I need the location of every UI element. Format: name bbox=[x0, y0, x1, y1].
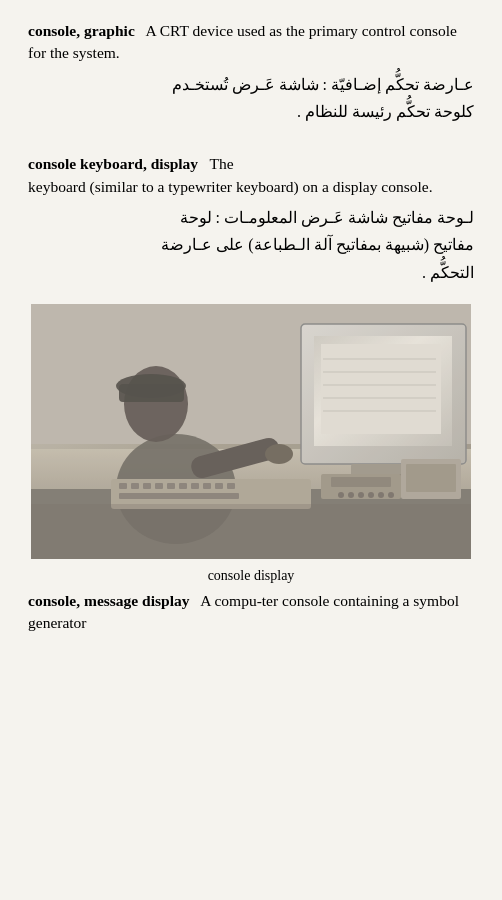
console-image-svg bbox=[31, 304, 471, 559]
svg-rect-44 bbox=[31, 304, 471, 559]
entry-english-text: console, graphic A CRT device used as th… bbox=[28, 20, 474, 65]
entry-english-text-3: console, message display A compu-ter con… bbox=[28, 590, 474, 635]
entry-arabic-1: عـارضة تحكُّم إضـافيّة : شاشة عَـرض تُست… bbox=[28, 71, 474, 125]
entry-title-2: console keyboard, display bbox=[28, 155, 198, 172]
console-photograph bbox=[31, 304, 471, 559]
entry-title-suffix-2: The bbox=[202, 155, 234, 172]
entry-console-graphic: console, graphic A CRT device used as th… bbox=[28, 20, 474, 125]
entry-console-keyboard-display: console keyboard, display The keyboard (… bbox=[28, 153, 474, 286]
entry-title-1: console, graphic bbox=[28, 22, 135, 39]
entry-arabic-2: لـوحة مفاتيح شاشة عَـرض المعلومـات : لوح… bbox=[28, 204, 474, 286]
spacer-1 bbox=[28, 143, 474, 153]
entry-english-text-2: console keyboard, display The keyboard (… bbox=[28, 153, 474, 198]
entry-console-message-display: console, message display A compu-ter con… bbox=[28, 590, 474, 635]
entry-body-2: keyboard (similar to a typewriter keyboa… bbox=[28, 178, 433, 195]
image-caption: console display bbox=[28, 568, 474, 584]
image-container: console display bbox=[28, 304, 474, 584]
entry-title-3: console, message display bbox=[28, 592, 189, 609]
